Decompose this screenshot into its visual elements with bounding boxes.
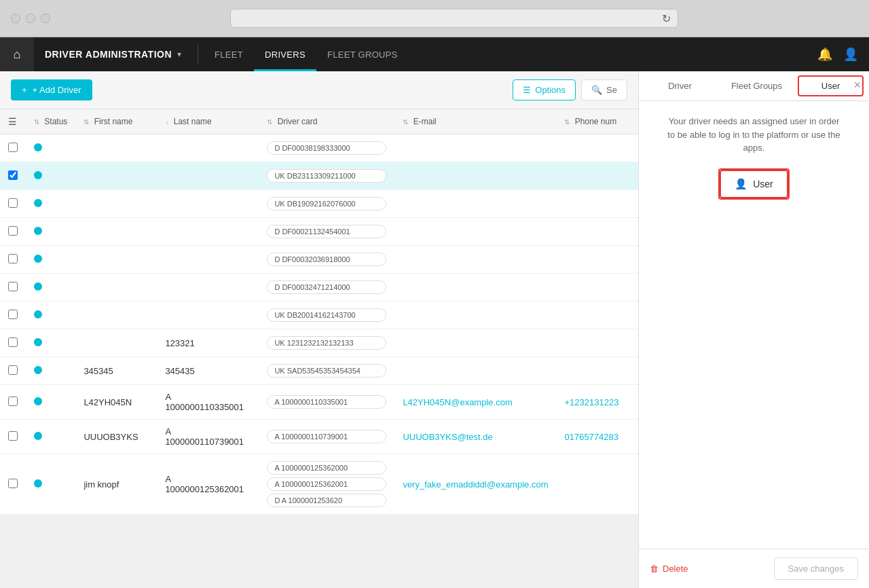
email-link[interactable]: L42YH045N@example.com (403, 397, 512, 407)
th-email[interactable]: ⇅ E-mail (394, 109, 556, 134)
row-checkbox-cell (0, 301, 26, 329)
row-checkbox[interactable] (8, 282, 18, 291)
row-checkbox[interactable] (8, 226, 18, 236)
table-row[interactable]: D DF00021132454001 (0, 218, 638, 246)
row-drivercard-cell: A 1000000110335001 (259, 385, 394, 420)
email-link[interactable]: very_fake_emaddiddl@example.com (403, 479, 548, 490)
row-firstname-cell (75, 301, 157, 329)
driver-card-badge: UK DB20014162143700 (267, 308, 386, 322)
table-row[interactable]: D DF00032036918000 (0, 246, 638, 274)
tab-drivers[interactable]: DRIVERS (254, 37, 316, 71)
row-checkbox-cell (0, 385, 26, 420)
table-row[interactable]: UK DB23113309211000 (0, 162, 638, 190)
add-icon: + (22, 85, 27, 95)
row-firstname-cell (75, 190, 157, 218)
tab-fleet[interactable]: FLEET (204, 37, 254, 71)
refresh-icon[interactable]: ↻ (662, 12, 671, 25)
nav-divider (198, 44, 198, 65)
nav-tabs: FLEET DRIVERS FLEET GROUPS (204, 37, 409, 71)
status-dot (34, 432, 42, 440)
main-content: + + Add Driver ☰ Options 🔍 Se (0, 71, 869, 588)
save-changes-button[interactable]: Save changes (774, 557, 858, 580)
assign-user-button[interactable]: 👤 User (720, 170, 788, 198)
row-checkbox[interactable] (8, 397, 18, 406)
th-firstname[interactable]: ⇅ First name (75, 109, 157, 134)
driver-card-badge: A 1000000125362001 (267, 477, 386, 491)
table-row[interactable]: L42YH045NA 1000000110335001A 10000001103… (0, 385, 638, 420)
row-lastname-cell (157, 134, 259, 162)
row-checkbox[interactable] (8, 365, 18, 375)
row-firstname-cell (75, 329, 157, 357)
row-phone-cell (556, 274, 638, 301)
table-row[interactable]: 123321UK 12312321321321​33 (0, 329, 638, 357)
email-link[interactable]: UUUOB3YKS@test.de (403, 432, 492, 442)
side-tab-driver[interactable]: Driver (642, 71, 718, 100)
row-drivercard-cell: UK SAD53545353454354 (259, 357, 394, 385)
row-status-cell (26, 385, 75, 420)
row-checkbox-cell (0, 420, 26, 454)
th-phone[interactable]: ⇅ Phone num (556, 109, 638, 134)
assign-user-button-wrapper: 👤 User (718, 168, 790, 200)
row-checkbox[interactable] (8, 337, 18, 347)
table-row[interactable]: UK DB20014162143700 (0, 301, 638, 329)
table-row[interactable]: jim knopfA 1000000125362001A 10000001253… (0, 454, 638, 515)
user-profile-icon[interactable]: 👤 (843, 47, 858, 62)
driver-card-badge: D DF00032036918000 (267, 253, 386, 266)
traffic-light-red[interactable] (11, 14, 20, 23)
status-dot (34, 227, 42, 235)
table-header-row: ☰ ⇅ Status ⇅ First name ↓ Last name (0, 109, 638, 134)
home-button[interactable]: ⌂ (0, 37, 34, 71)
options-button[interactable]: ☰ Options (513, 79, 576, 100)
driver-card-badge: A 1000000110739001 (267, 430, 386, 443)
th-drivercard[interactable]: ⇅ Driver card (259, 109, 394, 134)
traffic-light-yellow[interactable] (26, 14, 35, 23)
traffic-light-green[interactable] (41, 14, 50, 23)
row-lastname-cell: A 1000000110335001 (157, 385, 259, 420)
table-row[interactable]: D DF00032471214000 (0, 274, 638, 301)
row-email-cell (394, 301, 556, 329)
th-lastname[interactable]: ↓ Last name (157, 109, 259, 134)
row-checkbox[interactable] (8, 431, 18, 441)
row-phone-cell (556, 454, 638, 515)
row-firstname-cell: UUUOB3YKS (75, 420, 157, 454)
row-status-cell (26, 162, 75, 190)
table-row[interactable]: UUUOB3YKSA 1000000110739001A 10000001107… (0, 420, 638, 454)
row-checkbox[interactable] (8, 310, 18, 319)
driver-card-badge: UK DB23113309211000 (267, 169, 386, 183)
sort-lastname-icon: ↓ (165, 118, 168, 126)
tab-fleet-groups[interactable]: FLEET GROUPS (316, 37, 409, 71)
search-button[interactable]: 🔍 Se (581, 79, 627, 100)
home-icon: ⌂ (14, 48, 21, 62)
side-panel-close-button[interactable]: × (853, 78, 861, 92)
driver-card-badge: D A 1000001253620 (267, 494, 386, 507)
th-status[interactable]: ⇅ Status (26, 109, 75, 134)
phone-link[interactable]: 017657742​83 (564, 432, 618, 442)
add-driver-button[interactable]: + + Add Driver (11, 79, 92, 100)
row-lastname-cell: 345435 (157, 357, 259, 385)
row-phone-cell: 017657742​83 (556, 420, 638, 454)
row-checkbox[interactable] (8, 170, 18, 180)
status-dot (34, 310, 42, 318)
row-checkbox[interactable] (8, 479, 18, 488)
row-lastname-cell: A 1000000125362001 (157, 454, 259, 515)
side-panel-footer: 🗑 Delete Save changes (639, 549, 869, 588)
driver-card-badge: D DF00032471214000 (267, 280, 386, 294)
search-icon: 🔍 (591, 85, 602, 95)
side-tab-fleet-groups[interactable]: Fleet Groups (718, 71, 795, 100)
delete-button[interactable]: 🗑 Delete (650, 564, 688, 574)
table-row[interactable]: D DF00038198333000 (0, 134, 638, 162)
driver-card-badge: D DF00021132454001 (267, 225, 386, 238)
row-drivercard-cell: D DF00038198333000 (259, 134, 394, 162)
row-status-cell (26, 420, 75, 454)
row-checkbox[interactable] (8, 254, 18, 263)
row-checkbox[interactable] (8, 198, 18, 208)
dropdown-arrow-icon[interactable]: ▾ (177, 50, 181, 59)
table-row[interactable]: 345345345435UK SAD53545353454354 (0, 357, 638, 385)
bell-icon[interactable]: 🔔 (817, 47, 832, 62)
row-lastname-cell: A 1000000110739001 (157, 420, 259, 454)
table-row[interactable]: UK DB19092162076000 (0, 190, 638, 218)
row-phone-cell (556, 246, 638, 274)
phone-link[interactable]: +12321312​23 (564, 397, 618, 407)
driver-card-badge: UK SAD53545353454354 (267, 364, 386, 378)
row-checkbox[interactable] (8, 143, 18, 152)
